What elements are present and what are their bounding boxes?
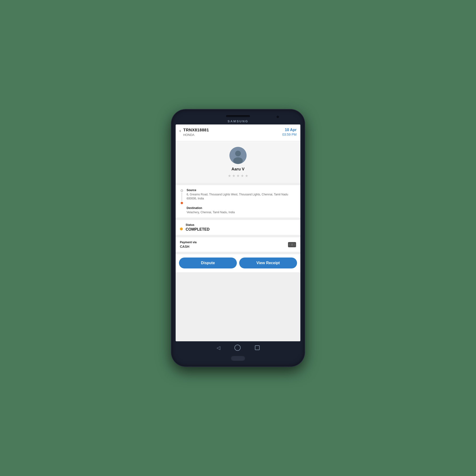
rating-stars: ★ ★ ★ ★ ★ <box>228 173 248 178</box>
source-label: Source <box>187 188 296 192</box>
trip-date: 10 Apr <box>285 128 297 132</box>
avatar <box>229 147 247 164</box>
svg-point-5 <box>291 244 293 246</box>
status-label: Status <box>186 223 209 227</box>
phone-device: SAMSUNG ‹ TRNX818881 HONDA 10 Apr 03:59 … <box>171 109 305 367</box>
dest-dot <box>181 202 183 204</box>
svg-rect-6 <box>289 244 290 245</box>
nav-home-button[interactable] <box>235 345 241 351</box>
route-card: Source 6, Greams Road, Thousand Lights W… <box>176 185 300 218</box>
star-4: ★ <box>241 173 244 178</box>
star-5: ★ <box>245 173 248 178</box>
vehicle-name: HONDA <box>183 133 209 136</box>
payment-card: Payment via CASH <box>176 237 300 252</box>
star-2: ★ <box>232 173 235 178</box>
source-address: 6, Greams Road, Thousand Lights West, Th… <box>187 192 296 201</box>
trip-id: TRNX818881 <box>183 128 209 133</box>
star-3: ★ <box>236 173 240 178</box>
route-line <box>182 192 182 201</box>
source-dot <box>181 189 183 192</box>
payment-value: CASH <box>180 245 197 249</box>
speaker-grille <box>226 115 250 117</box>
header-bar: ‹ TRNX818881 HONDA 10 Apr 03:59 PM <box>176 124 300 141</box>
status-text-col: Status COMPLETED <box>186 223 209 232</box>
source-item: Source 6, Greams Road, Thousand Lights W… <box>180 188 296 214</box>
header-left: ‹ TRNX818881 HONDA <box>179 128 209 136</box>
driver-name: Aaru V <box>232 167 245 171</box>
source-icon-col <box>180 188 184 204</box>
payment-label: Payment via <box>180 241 197 244</box>
phone-top-bar <box>176 114 300 119</box>
brand-label: SAMSUNG <box>227 119 248 123</box>
dispute-button[interactable]: Dispute <box>179 257 237 269</box>
dest-address: Velachery, Chennai, Tamil Nadu, India <box>187 210 296 214</box>
status-value: COMPLETED <box>186 227 209 232</box>
main-content: Aaru V ★ ★ ★ ★ ★ <box>176 141 300 341</box>
physical-home-button[interactable] <box>231 356 245 361</box>
svg-point-1 <box>235 151 241 156</box>
screen: ‹ TRNX818881 HONDA 10 Apr 03:59 PM <box>176 124 300 341</box>
profile-card: Aaru V ★ ★ ★ ★ ★ <box>176 141 300 183</box>
header-date-group: 10 Apr 03:59 PM <box>282 128 297 136</box>
nav-recents-button[interactable] <box>255 345 260 350</box>
trip-time: 03:59 PM <box>282 133 297 136</box>
star-1: ★ <box>228 173 231 178</box>
status-dot <box>180 227 183 230</box>
payment-text-col: Payment via CASH <box>180 241 197 249</box>
action-buttons-area: Dispute View Receipt <box>176 254 300 272</box>
route-text-col: Source 6, Greams Road, Thousand Lights W… <box>187 188 296 214</box>
nav-back-button[interactable]: ◁ <box>217 345 220 351</box>
status-card: Status COMPLETED <box>176 220 300 235</box>
cash-icon <box>288 242 296 247</box>
header-title-group: TRNX818881 HONDA <box>183 128 209 136</box>
view-receipt-button[interactable]: View Receipt <box>239 257 297 269</box>
phone-bottom-nav: ◁ <box>176 341 300 354</box>
svg-rect-7 <box>294 244 295 245</box>
front-camera <box>276 116 279 118</box>
dest-label: Destination <box>187 206 296 210</box>
back-button[interactable]: ‹ <box>179 128 181 133</box>
svg-point-2 <box>233 157 243 164</box>
